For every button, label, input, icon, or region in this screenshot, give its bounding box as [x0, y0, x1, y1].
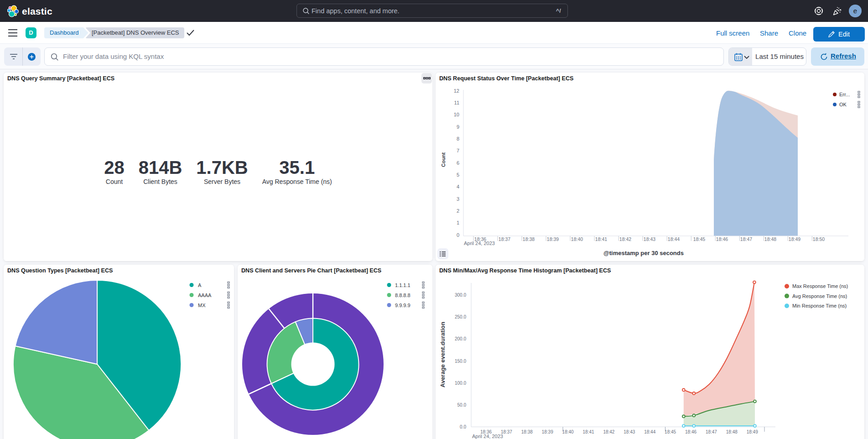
- svg-text:18:45: 18:45: [693, 236, 705, 242]
- svg-text:18:49: 18:49: [789, 236, 800, 242]
- svg-text:7: 7: [457, 148, 459, 153]
- svg-text:18:50: 18:50: [813, 236, 825, 242]
- svg-text:18:38: 18:38: [523, 236, 535, 242]
- svg-text:11: 11: [454, 100, 459, 105]
- svg-text:AAAA: AAAA: [198, 293, 212, 298]
- svg-text:18:37: 18:37: [499, 236, 510, 242]
- svg-text:6: 6: [457, 160, 459, 166]
- svg-text:18:44: 18:44: [668, 236, 680, 242]
- svg-text:100.0: 100.0: [455, 381, 466, 386]
- svg-text:8.8.8.8: 8.8.8.8: [395, 293, 411, 298]
- svg-text:1: 1: [457, 220, 459, 225]
- svg-text:18:49: 18:49: [747, 429, 758, 434]
- svg-text:300.0: 300.0: [455, 293, 466, 298]
- svg-text:0: 0: [457, 232, 459, 238]
- svg-text:18:45: 18:45: [665, 429, 676, 434]
- svg-text:1.1.1.1: 1.1.1.1: [395, 282, 411, 288]
- svg-text:Max Response Time (ns): Max Response Time (ns): [792, 283, 848, 289]
- svg-text:18:47: 18:47: [706, 429, 717, 434]
- svg-text:10: 10: [454, 112, 459, 117]
- svg-text:200.0: 200.0: [455, 336, 466, 341]
- svg-text:18:43: 18:43: [644, 236, 655, 242]
- svg-text:18:40: 18:40: [562, 429, 574, 434]
- svg-text:18:47: 18:47: [740, 236, 752, 242]
- svg-text:18:46: 18:46: [685, 429, 696, 434]
- svg-text:0.0: 0.0: [460, 424, 466, 429]
- svg-text:150.0: 150.0: [455, 359, 466, 364]
- svg-text:5: 5: [457, 172, 459, 178]
- svg-text:18:44: 18:44: [644, 429, 655, 434]
- svg-text:18:38: 18:38: [521, 429, 533, 434]
- svg-text:18:42: 18:42: [619, 236, 631, 242]
- svg-text:18:41: 18:41: [582, 429, 594, 434]
- svg-text:A: A: [198, 282, 202, 288]
- svg-text:Err...: Err...: [839, 92, 850, 97]
- svg-text:April 24, 2023: April 24, 2023: [472, 434, 503, 439]
- svg-text:3: 3: [457, 196, 459, 202]
- svg-text:Average event.duration: Average event.duration: [439, 322, 446, 387]
- svg-text:18:40: 18:40: [571, 236, 583, 242]
- svg-text:Avg Response Time (ns): Avg Response Time (ns): [792, 293, 847, 299]
- svg-text:@timestamp per 30 seconds: @timestamp per 30 seconds: [603, 250, 684, 256]
- svg-text:April 24, 2023: April 24, 2023: [464, 240, 495, 246]
- svg-text:18:39: 18:39: [542, 429, 553, 434]
- svg-text:12: 12: [454, 88, 459, 94]
- svg-text:8: 8: [457, 136, 459, 141]
- svg-text:9.9.9.9: 9.9.9.9: [395, 303, 411, 308]
- svg-text:18:48: 18:48: [764, 236, 776, 242]
- svg-text:4: 4: [457, 184, 459, 189]
- svg-text:Count: Count: [441, 152, 446, 167]
- svg-text:18:46: 18:46: [716, 236, 728, 242]
- svg-text:250.0: 250.0: [455, 314, 466, 319]
- svg-text:Min Response Time (ns): Min Response Time (ns): [792, 303, 847, 308]
- svg-text:18:43: 18:43: [624, 429, 635, 434]
- svg-text:50.0: 50.0: [457, 402, 467, 408]
- svg-text:OK: OK: [839, 102, 847, 107]
- svg-text:18:48: 18:48: [726, 429, 738, 434]
- svg-text:18:39: 18:39: [547, 236, 559, 242]
- svg-text:9: 9: [457, 124, 459, 130]
- svg-text:2: 2: [457, 208, 459, 214]
- svg-text:18:41: 18:41: [595, 236, 607, 242]
- svg-text:18:42: 18:42: [603, 429, 614, 434]
- svg-text:MX: MX: [198, 303, 206, 308]
